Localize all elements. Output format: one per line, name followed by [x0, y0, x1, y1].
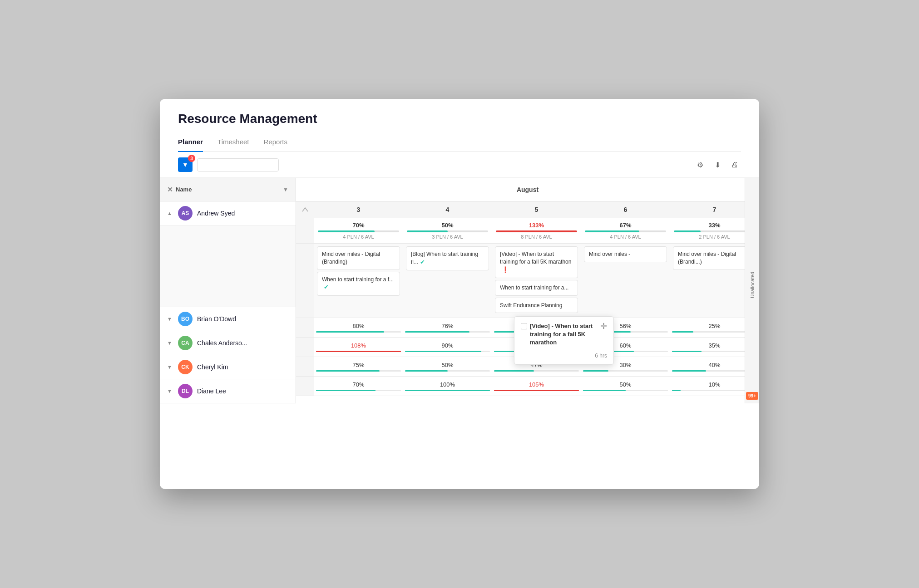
task-when-to-start-3[interactable]: When to start training for a f...✔: [317, 272, 400, 296]
brian-pct-7: 25%: [672, 323, 757, 329]
settings-icon[interactable]: ⚙: [694, 158, 707, 171]
andrew-usage-5: 133% 8 PLN / 6 AVL: [492, 218, 581, 244]
task-video-5[interactable]: [Video] - When to start training for a f…: [495, 246, 578, 278]
unallocated-badge: 99+: [746, 392, 758, 400]
andrew-side-label: [296, 218, 314, 244]
cheryl-3: 75%: [314, 357, 403, 377]
day-grid: 3 4 5 6 7 70% 4 PLN / 6 AVL 50% 3 PLN / …: [296, 201, 759, 396]
chales-4: 90%: [403, 338, 492, 357]
task-tooltip: [Video] - When to start training for a f…: [514, 316, 614, 365]
chales-main-row[interactable]: ▼ CA Chales Anderso...: [160, 331, 296, 355]
brian-3: 80%: [314, 318, 403, 338]
andrew-pct-4: 50%: [407, 222, 488, 229]
filter-button[interactable]: ▼ 3: [178, 157, 193, 172]
task-mind-over-miles-3[interactable]: Mind over miles - Digital (Branding): [317, 246, 400, 270]
task-mind-miles-6[interactable]: Mind over miles -: [584, 246, 667, 262]
chales-expand-icon[interactable]: ▼: [167, 340, 173, 346]
unallocated-sidebar[interactable]: Unallocated 99+: [745, 178, 759, 403]
chales-pct-4: 90%: [405, 342, 490, 349]
day-header-6: 6: [581, 201, 670, 218]
andrew-pct-5: 133%: [496, 222, 577, 229]
brian-pct-4: 76%: [405, 323, 490, 329]
task-when-start-5[interactable]: When to start training for a...: [495, 280, 578, 296]
diane-pct-7: 10%: [672, 381, 757, 388]
name-column: ✕ Name ▼ ▲ AS Andrew Syed ▼ BO Bria: [160, 178, 296, 403]
unallocated-label: Unallocated: [750, 178, 755, 392]
clear-icon[interactable]: ✕: [167, 186, 173, 194]
andrew-plan-4: 3 PLN / 6 AVL: [407, 234, 488, 240]
cheryl-side: [296, 357, 314, 377]
chales-avatar: CA: [178, 336, 193, 350]
andrew-plan-3: 4 PLN / 6 AVL: [318, 234, 399, 240]
andrew-pct-6: 67%: [585, 222, 666, 229]
andrew-pct-3: 70%: [318, 222, 399, 229]
cheryl-main-row[interactable]: ▼ CK Cheryl Kim: [160, 355, 296, 379]
diane-pct-5: 105%: [494, 381, 579, 388]
data-grid: August 3 4 5 6 7 70%: [296, 178, 759, 403]
person-row-chales: ▼ CA Chales Anderso...: [160, 331, 296, 355]
brian-expand-icon[interactable]: ▼: [167, 316, 173, 322]
brian-4: 76%: [403, 318, 492, 338]
andrew-plan-6: 4 PLN / 6 AVL: [585, 234, 666, 240]
print-icon[interactable]: 🖨: [728, 158, 741, 171]
diane-main-row[interactable]: ▼ DL Diane Lee: [160, 379, 296, 403]
filter-badge: 3: [188, 155, 195, 162]
task-blog-when-4[interactable]: [Blog] When to start training fl...✔: [406, 246, 489, 270]
diane-3: 70%: [314, 377, 403, 396]
andrew-usage-3: 70% 4 PLN / 6 AVL: [314, 218, 403, 244]
person-row-brian: ▼ BO Brian O'Dowd: [160, 307, 296, 331]
chales-pct-3: 108%: [316, 342, 401, 349]
tab-timesheet[interactable]: Timesheet: [217, 134, 249, 152]
day-header-4: 4: [403, 201, 492, 218]
cheryl-4: 50%: [403, 357, 492, 377]
diane-pct-6: 50%: [583, 381, 668, 388]
corner-cell: [296, 201, 314, 218]
andrew-tasks-3: Mind over miles - Digital (Branding) Whe…: [314, 244, 403, 318]
diane-6: 50%: [581, 377, 670, 396]
month-header: August: [296, 178, 759, 201]
tab-reports[interactable]: Reports: [264, 134, 288, 152]
diane-4: 100%: [403, 377, 492, 396]
planner-area: ✕ Name ▼ ▲ AS Andrew Syed ▼ BO Bria: [160, 178, 759, 403]
andrew-main-row[interactable]: ▲ AS Andrew Syed: [160, 201, 296, 225]
name-column-header: ✕ Name ▼: [160, 178, 296, 201]
diane-5: 105%: [492, 377, 581, 396]
cheryl-pct-7: 40%: [672, 362, 757, 368]
cheryl-pct-3: 75%: [316, 362, 401, 368]
chales-side: [296, 338, 314, 357]
diane-expand-icon[interactable]: ▼: [167, 388, 173, 394]
andrew-usage-4: 50% 3 PLN / 6 AVL: [403, 218, 492, 244]
andrew-usage-6: 67% 4 PLN / 6 AVL: [581, 218, 670, 244]
brian-pct-3: 80%: [316, 323, 401, 329]
task-swift-5[interactable]: Swift Endurance Planning: [495, 298, 578, 314]
brian-side: [296, 318, 314, 338]
sort-icon[interactable]: ▼: [283, 186, 288, 193]
person-row-andrew: ▲ AS Andrew Syed: [160, 201, 296, 307]
tab-planner[interactable]: Planner: [178, 134, 203, 152]
brian-main-row[interactable]: ▼ BO Brian O'Dowd: [160, 307, 296, 331]
cheryl-name: Cheryl Kim: [197, 363, 228, 371]
andrew-avatar: AS: [178, 206, 193, 220]
app-header: Resource Management Planner Timesheet Re…: [160, 99, 759, 152]
andrew-tasks-6: Mind over miles -: [581, 244, 670, 318]
cheryl-avatar: CK: [178, 360, 193, 374]
brian-avatar: BO: [178, 312, 193, 326]
chales-3: 108%: [314, 338, 403, 357]
download-icon[interactable]: ⬇: [711, 158, 724, 171]
cheryl-pct-4: 50%: [405, 362, 490, 368]
andrew-tasks-5: [Video] - When to start training for a f…: [492, 244, 581, 318]
andrew-pct-7: 33%: [674, 222, 755, 229]
search-input[interactable]: [197, 158, 279, 172]
diane-side: [296, 377, 314, 396]
diane-pct-3: 70%: [316, 381, 401, 388]
andrew-plan-5: 8 PLN / 6 AVL: [496, 234, 577, 240]
andrew-expand-icon[interactable]: ▲: [167, 211, 173, 216]
diane-name: Diane Lee: [197, 387, 226, 395]
cheryl-expand-icon[interactable]: ▼: [167, 364, 173, 370]
tooltip-hours: 6 hrs: [521, 353, 607, 359]
page-title: Resource Management: [178, 112, 741, 126]
person-row-cheryl: ▼ CK Cheryl Kim: [160, 355, 296, 379]
andrew-tasks-side: [296, 244, 314, 318]
andrew-name: Andrew Syed: [197, 210, 235, 217]
task-mind-miles-7[interactable]: Mind over miles - Digital (Brandi...): [673, 246, 756, 270]
